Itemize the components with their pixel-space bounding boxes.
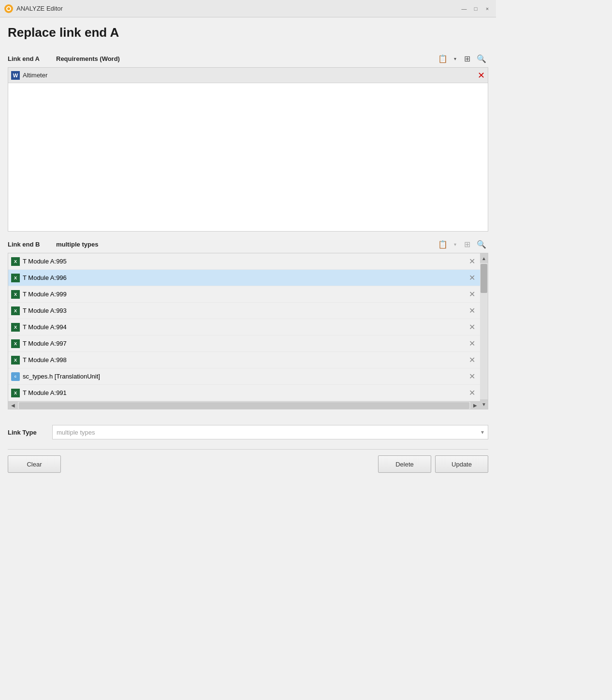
vertical-scrollbar[interactable]: ▲ ▼ [480,253,488,409]
close-button[interactable]: × [482,4,492,14]
remove-item-button[interactable]: ✕ [469,372,477,381]
maximize-button[interactable]: □ [471,4,481,14]
list-item[interactable]: XT Module A:995✕ [8,253,480,270]
clipboard-button-b[interactable]: 📋 [436,237,450,251]
grid-icon-b: ⊞ [464,240,470,249]
list-item[interactable]: XT Module A:993✕ [8,303,480,319]
list-item-label: T Module A:994 [23,323,469,331]
remove-item-button[interactable]: ✕ [469,339,477,348]
link-type-label: Link Type [8,429,46,436]
scroll-right-button[interactable]: ▶ [470,402,480,409]
svg-point-2 [7,7,10,10]
list-item-label: T Module A:995 [23,258,469,265]
chevron-down-icon-b: ▾ [454,242,456,247]
link-end-a-section: Link end A Requirements (Word) 📋 ▾ ⊞ 🔍 [8,52,488,232]
remove-item-button[interactable]: ✕ [469,388,477,397]
bottom-bar: Clear Delete Update [8,449,488,479]
link-end-a-header: Link end A Requirements (Word) 📋 ▾ ⊞ 🔍 [8,52,488,65]
link-type-value: multiple types [57,429,95,436]
vertical-scrollbar-thumb[interactable] [481,264,487,293]
excel-icon: X [11,323,20,332]
title-bar-text: ANALYZE Editor [16,5,459,12]
horizontal-scrollbar[interactable]: ◀ ▶ [8,401,480,409]
search-icon-a: 🔍 [477,54,486,63]
clipboard-dropdown-b[interactable]: ▾ [451,237,459,251]
minimize-button[interactable]: — [459,4,469,14]
link-end-b-container: XT Module A:995✕XT Module A:996✕XT Modul… [8,253,488,409]
page-title: Replace link end A [8,25,488,40]
search-icon-b: 🔍 [477,240,486,249]
link-end-b-header: Link end B multiple types 📋 ▾ ⊞ 🔍 [8,237,488,251]
excel-icon: X [11,306,20,315]
excel-icon: X [11,257,20,266]
remove-item-button[interactable]: ✕ [469,273,477,282]
list-item[interactable]: XT Module A:998✕ [8,352,480,368]
excel-icon: X [11,290,20,299]
list-item[interactable]: csc_types.h [TranslationUnit]✕ [8,368,480,385]
list-item-label: T Module A:998 [23,356,469,364]
remove-item-button[interactable]: ✕ [469,257,477,266]
link-end-b-list: XT Module A:995✕XT Module A:996✕XT Modul… [8,253,480,409]
grid-icon-a: ⊞ [464,54,470,63]
link-end-a-item[interactable]: W Altimeter ✕ [8,68,488,83]
list-item-label: T Module A:999 [23,291,469,298]
link-end-b-label: Link end B [8,241,56,248]
word-icon: W [11,71,20,80]
chevron-down-icon-linktype: ▾ [481,429,484,436]
link-end-a-item-name: Altimeter [23,72,478,79]
link-end-a-box: W Altimeter ✕ [8,67,488,232]
scroll-up-button[interactable]: ▲ [480,253,488,263]
list-item-label: T Module A:997 [23,340,469,347]
remove-item-button[interactable]: ✕ [469,290,477,299]
link-end-a-label: Link end A [8,55,56,62]
title-bar: ANALYZE Editor — □ × [0,0,496,17]
excel-icon: X [11,274,20,282]
grid-button-b[interactable]: ⊞ [460,237,474,251]
scroll-left-button[interactable]: ◀ [8,402,18,409]
link-end-b-type: multiple types [56,241,98,248]
list-b-items: XT Module A:995✕XT Module A:996✕XT Modul… [8,253,480,401]
search-button-b[interactable]: 🔍 [475,237,488,251]
clipboard-icon-a: 📋 [438,54,448,63]
remove-item-button[interactable]: ✕ [469,355,477,365]
horizontal-scrollbar-thumb[interactable] [19,402,469,409]
list-item[interactable]: XT Module A:991✕ [8,385,480,401]
list-item[interactable]: XT Module A:997✕ [8,335,480,352]
scroll-down-button[interactable]: ▼ [480,399,488,409]
link-end-b-tools: 📋 ▾ ⊞ 🔍 [436,237,488,251]
title-bar-controls: — □ × [459,4,492,14]
clipboard-icon-b: 📋 [438,240,448,249]
link-type-section: Link Type multiple types ▾ [8,421,488,443]
delete-button[interactable]: Delete [378,455,431,473]
update-button[interactable]: Update [435,455,488,473]
app-logo-icon [4,4,14,14]
remove-item-button[interactable]: ✕ [469,306,477,315]
list-item-label: sc_types.h [TranslationUnit] [23,373,469,380]
excel-icon: X [11,339,20,348]
clipboard-button-a[interactable]: 📋 [436,52,450,65]
excel-icon: X [11,356,20,365]
excel-icon: X [11,389,20,397]
link-end-a-type: Requirements (Word) [56,55,120,62]
list-item-label: T Module A:993 [23,307,469,314]
list-item-label: T Module A:996 [23,274,469,281]
list-item-label: T Module A:991 [23,389,469,396]
link-end-a-tools: 📋 ▾ ⊞ 🔍 [436,52,488,65]
list-item[interactable]: XT Module A:999✕ [8,286,480,303]
main-window: ANALYZE Editor — □ × Replace link end A … [0,0,496,700]
remove-item-button[interactable]: ✕ [469,322,477,332]
link-type-dropdown[interactable]: multiple types ▾ [52,425,488,439]
link-end-b-section: Link end B multiple types 📋 ▾ ⊞ 🔍 [8,237,488,409]
search-button-a[interactable]: 🔍 [475,52,488,65]
list-item[interactable]: XT Module A:994✕ [8,319,480,335]
chevron-down-icon-a: ▾ [454,56,456,61]
remove-link-end-a-button[interactable]: ✕ [478,71,485,80]
clipboard-dropdown-a[interactable]: ▾ [451,52,459,65]
list-item[interactable]: XT Module A:996✕ [8,270,480,286]
grid-button-a[interactable]: ⊞ [460,52,474,65]
sc-icon: c [11,372,20,381]
clear-button[interactable]: Clear [8,455,61,473]
window-content: Replace link end A Link end A Requiremen… [0,17,496,700]
